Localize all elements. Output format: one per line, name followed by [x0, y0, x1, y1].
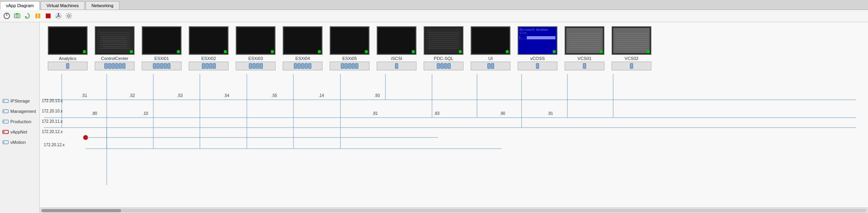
vm-ports-pdc-sql [424, 62, 463, 70]
port-dot [348, 63, 351, 69]
vm-card-esxi03[interactable]: ESXi03 [234, 26, 278, 70]
production-icon [2, 118, 9, 125]
vm-ports-analytics [48, 62, 88, 70]
toolbar [0, 10, 868, 22]
port-dot [305, 63, 308, 69]
production-label: Production [10, 119, 31, 124]
port-dot [122, 63, 125, 69]
ip-ipstorage: 172.20.13.x [42, 96, 63, 106]
vm-status-ui [506, 50, 509, 53]
port-dot [66, 63, 69, 69]
vm-card-esxi02[interactable]: ESXi02 [187, 26, 231, 70]
port-dot [111, 63, 115, 69]
port-dot [487, 63, 491, 69]
port-dot [355, 63, 358, 69]
vm-card-ui[interactable]: UI [469, 26, 512, 70]
vm-status-esxi04 [318, 50, 321, 53]
vm-thumbnail-vcs01 [565, 26, 604, 55]
svg-point-16 [4, 101, 5, 102]
port-dot [260, 63, 263, 69]
port-dot [297, 63, 301, 69]
svg-text:.53: .53 [177, 93, 183, 98]
port-dot [491, 63, 494, 69]
svg-text:.91: .91 [547, 111, 553, 116]
vm-card-vcs01[interactable]: VCS01 [563, 26, 606, 70]
vm-ports-iscsi [377, 62, 416, 70]
vm-card-esxi05[interactable]: ESXi05 [328, 26, 371, 70]
port-dot [294, 63, 297, 69]
vm-label-ui: UI [489, 56, 493, 61]
tab-bar: vApp Diagram Virtual Machines Networking [0, 0, 868, 10]
port-dot [153, 63, 156, 69]
port-dot [301, 63, 304, 69]
vm-label-esxi01: ESXi01 [154, 56, 169, 61]
svg-text:.54: .54 [224, 93, 229, 98]
vm-label-vcs02: VCS02 [625, 56, 639, 61]
vm-card-analytics[interactable]: Analytics [46, 26, 90, 70]
port-dot [156, 63, 160, 69]
vm-thumbnail-esxi02 [189, 26, 229, 55]
vm-card-vcs02[interactable]: VCS02 [610, 26, 653, 70]
browser-button[interactable] [54, 12, 63, 20]
vm-thumbnail-analytics [48, 26, 88, 55]
settings-button[interactable] [65, 12, 73, 20]
scrollbar-thumb[interactable] [41, 209, 121, 212]
vm-card-esxi01[interactable]: ESXi01 [140, 26, 184, 70]
port-dot [209, 63, 212, 69]
refresh-button[interactable] [23, 12, 32, 20]
vm-thumbnail-vcoss: Microsoft Windows C:\>_ ████ [518, 26, 557, 55]
vm-label-pdc-sql: PDC-SQL [434, 56, 454, 61]
port-dot [160, 63, 163, 69]
svg-text:.10: .10 [143, 111, 148, 116]
management-icon [2, 108, 9, 114]
port-dot [341, 63, 344, 69]
vm-thumbnail-iscsi [377, 26, 416, 55]
vm-label-vcs01: VCS01 [578, 56, 592, 61]
vm-thumbnail-esxi05 [330, 26, 369, 55]
port-dot [108, 63, 111, 69]
tab-networking[interactable]: Networking [86, 1, 119, 10]
network-item-vappnet: vAppNet [0, 127, 39, 137]
diagram-area: IPStorage Management Production vAppNet [0, 22, 868, 213]
vmotion-icon [2, 139, 9, 145]
vappnet-label: vAppNet [10, 130, 27, 134]
vm-label-analytics: Analytics [59, 56, 76, 61]
diagram-canvas[interactable]: Analytics ControlCenter [40, 22, 868, 213]
vm-label-iscsi: iSCSI [391, 56, 402, 61]
tab-virtual-machines[interactable]: Virtual Machines [41, 1, 85, 10]
stop-button[interactable] [44, 12, 53, 20]
vm-card-vcoss[interactable]: Microsoft Windows C:\>_ ████ vCOSS [516, 26, 559, 70]
ip-production: 172.20.11.x [42, 116, 63, 127]
tab-vapp-diagram[interactable]: vApp Diagram [0, 1, 40, 10]
port-dot [583, 63, 586, 69]
vm-card-pdc-sql[interactable]: PDC-SQL [422, 26, 465, 70]
port-dot [213, 63, 216, 69]
vm-card-controlcenter[interactable]: ControlCenter [93, 26, 137, 70]
port-dot [104, 63, 108, 69]
vm-ports-esxi01 [142, 62, 182, 70]
vm-status-pdc-sql [459, 50, 462, 53]
vm-label-controlcenter: ControlCenter [101, 56, 128, 61]
vm-thumbnail-esxi04 [283, 26, 323, 55]
port-dot [437, 63, 440, 69]
vm-label-esxi02: ESXi02 [201, 56, 216, 61]
port-dot [536, 63, 539, 69]
vm-status-iscsi [412, 50, 415, 53]
horizontal-scrollbar[interactable] [40, 207, 868, 213]
scrollbar-track [41, 209, 866, 212]
suspend-button[interactable] [33, 12, 42, 20]
svg-point-20 [4, 121, 5, 122]
snapshot-button[interactable] [13, 12, 22, 20]
vm-thumbnail-esxi01 [142, 26, 182, 55]
port-dot [630, 63, 633, 69]
vm-card-esxi04[interactable]: ESXi04 [281, 26, 325, 70]
ip-labels-left: 172.20.13.x 172.20.10.x 172.20.11.x 172.… [42, 96, 63, 137]
svg-text:172.20.12.x: 172.20.12.x [44, 143, 65, 147]
vm-thumbnail-esxi03 [236, 26, 276, 55]
vm-label-esxi03: ESXi03 [248, 56, 263, 61]
power-button[interactable] [2, 12, 11, 20]
port-dot [119, 63, 122, 69]
svg-point-14 [68, 15, 70, 17]
port-dot [395, 63, 398, 69]
vm-card-iscsi[interactable]: iSCSI [375, 26, 418, 70]
